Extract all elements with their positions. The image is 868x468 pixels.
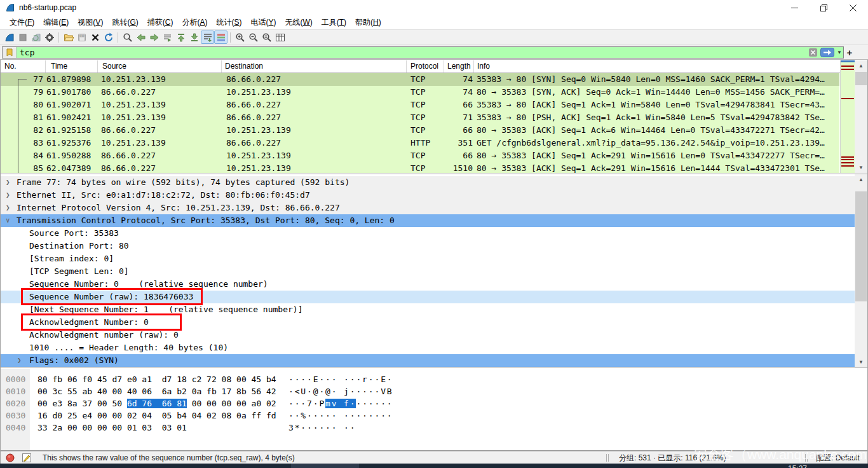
- filter-apply-icon[interactable]: [820, 48, 834, 57]
- save-file-icon[interactable]: 010: [75, 31, 88, 44]
- menu-item[interactable]: 帮助(H): [351, 16, 386, 29]
- detail-row[interactable]: ∨Transmission Control Protocol, Src Port…: [1, 214, 855, 227]
- detail-row[interactable]: ❯Flags: 0x002 (SYN): [1, 354, 855, 367]
- auto-scroll-icon[interactable]: [201, 31, 214, 44]
- colorize-icon[interactable]: [214, 31, 227, 44]
- taskbar-button[interactable]: [291, 464, 359, 468]
- menu-bar: 文件(F)编辑(E)视图(V)跳转(G)捕获(C)分析(A)统计(S)电话(Y)…: [0, 15, 868, 29]
- detail-row[interactable]: ❯Ethernet II, Src: e0:a1:d7:18:c2:72, Ds…: [1, 189, 855, 202]
- go-to-packet-icon[interactable]: [161, 31, 174, 44]
- column-header-source[interactable]: Source: [98, 60, 222, 72]
- start-capture-icon[interactable]: [3, 31, 16, 44]
- detail-row[interactable]: [Next Sequence Number: 1 (relative seque…: [1, 303, 855, 316]
- detail-row[interactable]: ❯Internet Protocol Version 4, Src: 10.25…: [1, 202, 855, 214]
- resize-columns-icon[interactable]: [273, 31, 287, 44]
- menu-item[interactable]: 电话(Y): [246, 16, 280, 29]
- menu-item[interactable]: 分析(A): [177, 16, 212, 29]
- filter-input[interactable]: tcp: [17, 48, 808, 57]
- hex-line[interactable]: 000080 fb 06 f0 45 d7 e0 a1 d7 18 c2 72 …: [1, 373, 867, 385]
- packet-row[interactable]: 8562.04738986.66.0.22710.251.23.139TCP15…: [1, 162, 839, 173]
- detail-row[interactable]: Acknowledgment number (raw): 0: [1, 329, 855, 341]
- filter-dropdown-icon[interactable]: ▼: [836, 50, 843, 55]
- chevron-right-icon[interactable]: ❯: [6, 189, 10, 202]
- detail-row[interactable]: [Stream index: 0]: [1, 252, 855, 265]
- menu-item[interactable]: 工具(T): [317, 16, 351, 29]
- detail-row[interactable]: Sequence Number: 0 (relative sequence nu…: [1, 278, 855, 291]
- packet-map-scrollbar[interactable]: [840, 60, 855, 173]
- menu-item[interactable]: 编辑(E): [39, 16, 73, 29]
- title-bar: nb6-startup.pcap: [0, 0, 868, 15]
- column-header-length[interactable]: Length: [444, 60, 474, 72]
- zoom-out-icon[interactable]: [247, 31, 260, 44]
- detail-row[interactable]: [TCP Segment Len: 0]: [1, 265, 855, 278]
- chevron-right-icon[interactable]: ❯: [6, 202, 10, 214]
- hex-line[interactable]: 004033 2a 00 00 00 00 01 03 03 013*·····…: [1, 422, 867, 434]
- zoom-original-icon[interactable]: [260, 31, 273, 44]
- packet-list-scrollbar[interactable]: ▲ ▼: [855, 60, 867, 173]
- capture-comment-icon[interactable]: [22, 453, 31, 462]
- go-bottom-icon[interactable]: [187, 31, 201, 44]
- detail-row[interactable]: 1010 .... = Header Length: 40 bytes (10): [1, 341, 855, 354]
- scroll-down-icon[interactable]: ▼: [855, 357, 867, 368]
- packet-row[interactable]: 7961.90178086.66.0.22710.251.23.139TCP74…: [1, 86, 839, 99]
- menu-item[interactable]: 无线(W): [280, 16, 316, 29]
- chevron-right-icon[interactable]: ❯: [17, 354, 22, 367]
- wireshark-logo-icon: [5, 3, 15, 13]
- column-header-info[interactable]: Info: [474, 60, 841, 72]
- menu-item[interactable]: 捕获(C): [143, 16, 178, 29]
- filter-bookmark-icon[interactable]: [3, 47, 17, 58]
- close-file-icon[interactable]: [88, 31, 102, 44]
- packet-row[interactable]: 8361.92537610.251.23.13986.66.0.227HTTP3…: [1, 137, 839, 149]
- restart-capture-icon[interactable]: [29, 31, 43, 44]
- menu-item[interactable]: 统计(S): [212, 16, 246, 29]
- filter-add-button[interactable]: +: [844, 47, 855, 58]
- packet-row[interactable]: 8061.90207110.251.23.13986.66.0.227TCP66…: [1, 99, 839, 111]
- go-forward-icon[interactable]: [147, 31, 161, 44]
- column-header-destination[interactable]: Destination: [222, 60, 407, 72]
- details-scrollbar[interactable]: ▲ ▼: [855, 174, 867, 368]
- chevron-down-icon[interactable]: ∨: [6, 214, 10, 227]
- detail-row[interactable]: ❯Frame 77: 74 bytes on wire (592 bits), …: [1, 176, 855, 189]
- packet-row[interactable]: 8461.95028886.66.0.22710.251.23.139TCP66…: [1, 149, 839, 162]
- hex-line[interactable]: 001000 3c 55 ab 40 00 40 06 6a b2 0a fb …: [1, 385, 867, 397]
- packet-row[interactable]: 8261.92515886.66.0.22710.251.23.139TCP66…: [1, 124, 839, 137]
- hex-line[interactable]: 003016 d0 25 e4 00 00 02 04 05 b4 04 02 …: [1, 410, 867, 422]
- column-header-time[interactable]: Time: [46, 60, 98, 72]
- hex-line[interactable]: 002000 e3 8a 37 00 50 6d 76 66 81 00 00 …: [1, 397, 867, 410]
- maximize-button[interactable]: [809, 0, 838, 15]
- scroll-down-icon[interactable]: ▼: [855, 162, 867, 173]
- display-filter-field[interactable]: tcp ▼: [2, 46, 844, 59]
- scroll-up-icon[interactable]: ▲: [855, 60, 867, 71]
- open-file-icon[interactable]: [62, 31, 75, 44]
- capture-options-icon[interactable]: [43, 31, 56, 44]
- column-header-protocol[interactable]: Protocol: [407, 60, 444, 72]
- close-button[interactable]: [838, 0, 867, 15]
- detail-row[interactable]: Destination Port: 80: [1, 240, 855, 252]
- status-message: This shows the raw value of the sequence…: [43, 453, 295, 462]
- stop-capture-icon[interactable]: [16, 31, 29, 44]
- column-header-no[interactable]: No.: [1, 60, 46, 72]
- go-top-icon[interactable]: [174, 31, 187, 44]
- detail-row[interactable]: Acknowledgment Number: 0: [1, 316, 855, 329]
- taskbar-strip: 15:27: [0, 464, 868, 468]
- menu-item[interactable]: 跳转(G): [107, 16, 142, 29]
- scroll-up-icon[interactable]: ▲: [855, 174, 867, 185]
- filter-clear-icon[interactable]: [808, 48, 818, 57]
- packet-row[interactable]: 8161.90242110.251.23.13986.66.0.227TCP71…: [1, 111, 839, 124]
- menu-item[interactable]: 文件(F): [5, 16, 39, 29]
- wireshark-window: nb6-startup.pcap 文件(F)编辑(E)视图(V)跳转(G)捕获(…: [0, 0, 868, 468]
- window-title: nb6-startup.pcap: [19, 3, 76, 12]
- svg-text:010: 010: [79, 34, 84, 38]
- menu-item[interactable]: 视图(V): [73, 16, 107, 29]
- detail-row[interactable]: Source Port: 35383: [1, 227, 855, 240]
- packet-details-pane: ❯Frame 77: 74 bytes on wire (592 bits), …: [1, 174, 867, 368]
- zoom-in-icon[interactable]: [233, 31, 247, 44]
- find-packet-icon[interactable]: [121, 31, 134, 44]
- detail-row[interactable]: Sequence Number (raw): 1836476033: [1, 291, 855, 303]
- packet-row[interactable]: 7761.87989810.251.23.13986.66.0.227TCP74…: [1, 73, 839, 86]
- minimize-button[interactable]: [780, 0, 809, 15]
- reload-icon[interactable]: [102, 31, 115, 44]
- go-back-icon[interactable]: [134, 31, 147, 44]
- chevron-right-icon[interactable]: ❯: [6, 176, 10, 189]
- expert-info-icon[interactable]: [6, 453, 15, 462]
